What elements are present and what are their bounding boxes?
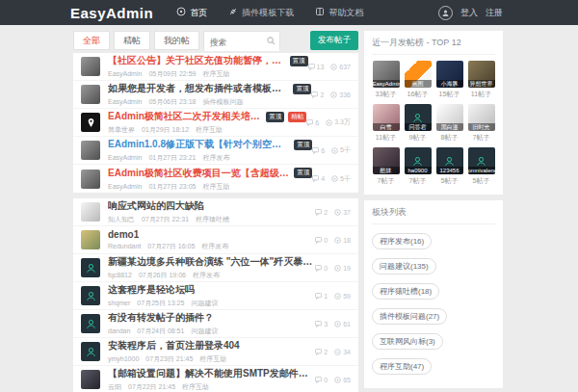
post-avatar[interactable] <box>81 230 100 249</box>
post-row[interactable]: EAdmin1.0.8修正版下载【针对个别空间无法安装情况】置顶 EasyAdm… <box>73 137 358 165</box>
top-poster[interactable]: 问答君 9帖子 <box>404 104 432 145</box>
top-poster[interactable]: 旧时光 7帖子 <box>467 104 495 145</box>
post-row[interactable]: 这套程序是轻论坛吗 shqmer07月25日 13:25问题建议 159 <box>73 282 358 310</box>
post-title[interactable]: 有没有转发帖子的插件？ <box>108 311 214 325</box>
post-board[interactable]: 问题建议 <box>191 300 218 306</box>
top-poster-avatar[interactable]: 问答君 <box>405 104 432 131</box>
top-poster[interactable]: ha0900 7帖子 <box>404 147 432 189</box>
post-title[interactable]: 响应式网站的四大缺陷 <box>108 199 204 213</box>
post-author[interactable]: 云阳 <box>108 383 121 390</box>
top-poster[interactable]: 黑白漫 8帖子 <box>435 104 463 145</box>
post-board[interactable]: 问题建议 <box>191 327 218 334</box>
post-title[interactable]: 新疆某边境多兵种联合演练 "六位一体"歼灭暴恐分子 <box>108 255 315 269</box>
post-row[interactable]: 有没有转发帖子的插件？ dandan07月24日 08:51问题建议 361 <box>73 310 358 338</box>
top-poster[interactable]: EasyAdmin 33帖子 <box>372 61 400 102</box>
post-board[interactable]: 程序发布 <box>202 154 229 161</box>
nav-item-docs[interactable]: 帮助文档 <box>315 7 363 19</box>
board-tag[interactable]: 程序互助(47) <box>372 358 432 375</box>
top-poster[interactable]: 小海豚 15帖子 <box>435 61 463 102</box>
post-board[interactable]: 程序互助 <box>196 126 223 133</box>
post-avatar[interactable] <box>81 342 100 361</box>
top-poster-avatar[interactable]: 黑白漫 <box>436 104 463 131</box>
login-link[interactable]: 登入 <box>460 7 478 19</box>
top-poster-avatar[interactable]: 小海豚 <box>436 61 463 88</box>
nav-item-plugins[interactable]: 插件模板下载 <box>228 7 294 19</box>
board-tag[interactable]: 互联网风向标(3) <box>372 333 443 350</box>
post-title[interactable]: EAdmin1.0.8修正版下载【针对个别空间无法安装情况】 <box>108 138 290 151</box>
post-avatar[interactable] <box>81 85 100 104</box>
post-board[interactable]: 程序互助 <box>199 355 226 362</box>
board-tag[interactable]: 插件模板问题(27) <box>372 308 447 325</box>
top-poster-avatar[interactable]: 异想世界 <box>468 61 495 88</box>
post-avatar[interactable] <box>81 370 100 389</box>
post-board[interactable]: 程序互助 <box>202 70 229 77</box>
post-board[interactable]: 程序互助 <box>182 383 209 390</box>
post-row[interactable]: EAdmin极简社区收费项目一览【含超级会员权限介绍】置顶 EasyAdmin0… <box>73 165 358 193</box>
post-row[interactable]: 【邮箱设置问题】解决不能使用SMTP发邮件的方法 云阳07月22日 21:45程… <box>73 366 358 392</box>
top-poster[interactable]: 123456 5帖子 <box>435 147 463 189</box>
post-avatar[interactable] <box>81 141 100 160</box>
post-author[interactable]: EasyAdmin <box>108 98 142 105</box>
post-board[interactable]: 程序发布 <box>193 272 220 278</box>
top-poster-avatar[interactable]: EasyAdmin <box>373 61 400 88</box>
top-poster-avatar[interactable]: ha0900 <box>405 147 432 174</box>
top-poster[interactable]: 酷妹 7帖子 <box>372 147 400 189</box>
post-avatar[interactable] <box>81 286 100 305</box>
top-poster[interactable]: omnivalence 5帖子 <box>467 147 495 189</box>
user-icon[interactable] <box>438 6 453 20</box>
post-board[interactable]: 插件模板问题 <box>202 98 243 105</box>
post-title[interactable]: demo1 <box>108 229 139 240</box>
tab-mine[interactable]: 我的帖 <box>154 31 199 50</box>
top-poster[interactable]: 画图 16帖子 <box>404 61 432 102</box>
post-row[interactable]: 如果您是开发者，想发布插件或者模板请联系49007623置顶 EasyAdmin… <box>73 81 358 109</box>
post-author[interactable]: shqmer <box>108 300 130 306</box>
post-avatar[interactable] <box>81 258 100 277</box>
post-avatar[interactable] <box>81 57 100 76</box>
post-title[interactable]: 【社区公告】关于社区充值功能暂停，充值请联系49007623 <box>108 54 286 67</box>
register-link[interactable]: 注册 <box>486 7 503 19</box>
post-row[interactable]: 新疆某边境多兵种联合演练 "六位一体"歼灭暴恐分子 fqc881207月26日 … <box>73 254 358 282</box>
top-poster[interactable]: 白雪 11帖子 <box>372 104 400 145</box>
post-author[interactable]: 知人知己 <box>108 216 135 222</box>
post-title[interactable]: 【邮箱设置问题】解决不能使用SMTP发邮件的方法 <box>108 367 315 380</box>
board-tag[interactable]: 程序猿吐槽(18) <box>372 283 439 300</box>
post-board[interactable]: 程序互助 <box>202 183 229 190</box>
app-logo[interactable]: EasyAdmin <box>70 5 153 21</box>
post-author[interactable]: fqc8812 <box>108 272 132 278</box>
post-author[interactable]: EasyAdmin <box>108 183 142 190</box>
post-author[interactable]: dandan <box>108 327 130 334</box>
post-title[interactable]: 安装程序后，首页注册登录404 <box>108 339 240 353</box>
post-row[interactable]: 响应式网站的四大缺陷 知人知己07月27日 22:31程序猿吐槽 237 <box>73 198 358 226</box>
top-poster-avatar[interactable]: 123456 <box>436 147 463 174</box>
top-poster-avatar[interactable]: 白雪 <box>373 104 400 131</box>
post-author[interactable]: ymyh1000 <box>108 355 139 362</box>
nav-item-home[interactable]: 首页 <box>176 7 207 19</box>
post-title[interactable]: EAdmin极简社区收费项目一览【含超级会员权限介绍】 <box>108 167 290 180</box>
post-row[interactable]: demo1 Redundant07月27日 16:05程序发布 018 <box>73 226 358 254</box>
post-author[interactable]: EasyAdmin <box>108 154 142 161</box>
post-board[interactable]: 程序猿吐槽 <box>196 216 229 222</box>
post-title[interactable]: EAdmin极简社区二次开发相关培训报名公开课教程（已完结） <box>108 110 262 123</box>
post-avatar[interactable] <box>81 202 100 222</box>
post-row[interactable]: EAdmin极简社区二次开发相关培训报名公开课教程（已完结）置顶精帖 简单世界0… <box>73 109 358 137</box>
post-author[interactable]: 简单世界 <box>108 126 135 133</box>
tab-all[interactable]: 全部 <box>73 31 110 50</box>
top-poster-avatar[interactable]: omnivalence <box>468 147 495 174</box>
post-board[interactable]: 程序发布 <box>201 243 228 249</box>
post-avatar[interactable] <box>81 113 100 132</box>
post-author[interactable]: EasyAdmin <box>108 70 142 77</box>
board-tag[interactable]: 程序发布(16) <box>372 233 432 249</box>
new-post-button[interactable]: 发布帖子 <box>310 31 358 50</box>
post-row[interactable]: 安装程序后，首页注册登录404 ymyh100007月23日 21:45程序互助… <box>73 338 358 366</box>
post-row[interactable]: 【社区公告】关于社区充值功能暂停，充值请联系49007623置顶 EasyAdm… <box>73 53 358 81</box>
top-poster-avatar[interactable]: 画图 <box>405 61 432 88</box>
top-poster[interactable]: 异想世界 11帖子 <box>467 61 495 102</box>
post-avatar[interactable] <box>81 314 100 333</box>
post-title[interactable]: 这套程序是轻论坛吗 <box>108 283 195 297</box>
post-avatar[interactable] <box>81 170 100 189</box>
post-title[interactable]: 如果您是开发者，想发布插件或者模板请联系49007623 <box>108 82 289 95</box>
tab-featured[interactable]: 精帖 <box>114 31 150 50</box>
top-poster-avatar[interactable]: 酷妹 <box>373 147 400 174</box>
post-author[interactable]: Redundant <box>108 243 141 249</box>
board-tag[interactable]: 问题建议(135) <box>372 258 436 274</box>
